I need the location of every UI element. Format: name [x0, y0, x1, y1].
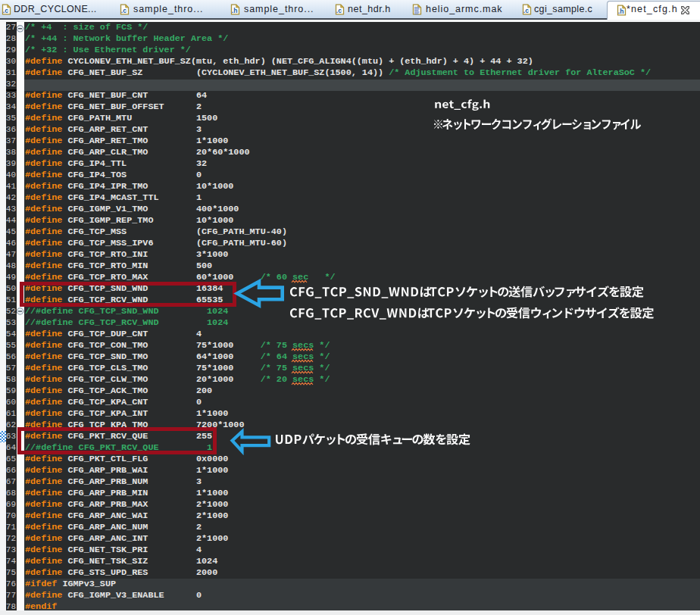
svg-text:.h: .h [618, 8, 624, 15]
svg-text:.c: .c [336, 7, 342, 14]
svg-text:.c: .c [523, 7, 529, 14]
svg-text:.h: .h [232, 7, 238, 14]
svg-text:.c: .c [3, 7, 8, 14]
svg-text:.c: .c [121, 7, 127, 14]
